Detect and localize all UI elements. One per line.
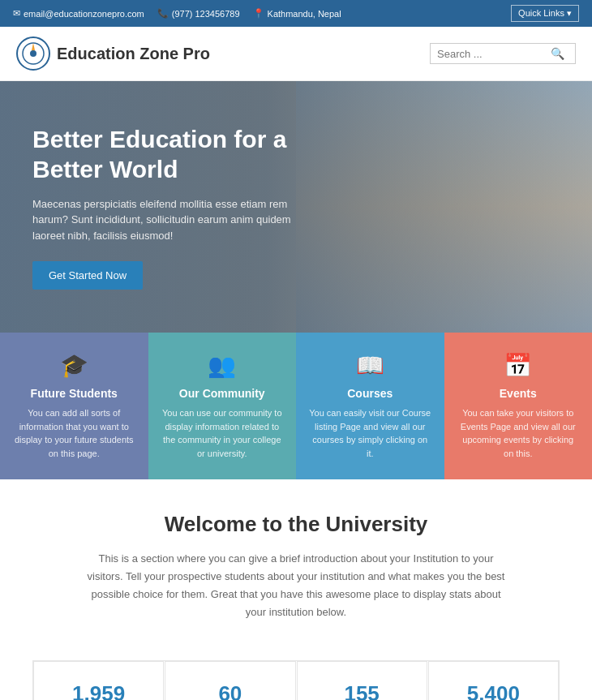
stat-item-1: 60 Merit Scholars [165,661,295,700]
hero-title: Better Education for a Better World [32,124,308,185]
feature-desc-1: You can use our community to display inf… [161,406,284,460]
feature-icon-1: 👥 [161,352,284,379]
feature-desc-3: You can take your visitors to Events Pag… [457,406,580,460]
stat-number-1: 60 [174,681,286,700]
stat-number-3: 5,400 [437,681,550,700]
stat-number-2: 155 [306,681,418,700]
search-icon[interactable]: 🔍 [551,47,564,60]
welcome-section: Welcome to the University This is a sect… [0,479,592,638]
email-icon: ✉ [13,8,20,19]
search-input[interactable] [437,48,551,60]
stats-section: 1,959 Year Founded 60 Merit Scholars 155… [32,660,560,700]
svg-point-3 [30,50,36,57]
hero-subtitle: Maecenas perspiciatis eleifend mollitia … [32,196,308,244]
phone-text: (977) 123456789 [172,9,240,19]
feature-icon-0: 🎓 [13,352,135,379]
stat-number-0: 1,959 [42,681,155,700]
welcome-title: Welcome to the University [49,512,543,537]
top-bar: ✉ email@educationzonepro.com 📞 (977) 123… [0,0,592,27]
location-item: 📍 Kathmandu, Nepal [253,8,341,19]
feature-title-2: Courses [309,387,431,400]
hero-section: Better Education for a Better World Maec… [0,81,592,333]
feature-desc-2: You can easily visit our Course listing … [309,406,431,460]
stat-item-0: 1,959 Year Founded [33,661,164,700]
stat-item-2: 155 Degree Programs [297,661,427,700]
top-bar-info: ✉ email@educationzonepro.com 📞 (977) 123… [13,8,341,19]
feature-item-2[interactable]: 📖 Courses You can easily visit our Cours… [296,333,444,479]
search-area[interactable]: 🔍 [430,43,576,64]
hero-content: Better Education for a Better World Maec… [0,124,341,290]
feature-item-1[interactable]: 👥 Our Community You can use our communit… [148,333,297,479]
logo[interactable]: Education Zone Pro [16,37,210,71]
feature-item-0[interactable]: 🎓 Future Students You can add all sorts … [0,333,148,479]
feature-title-3: Events [457,387,580,400]
stat-item-3: 5,400 Number of Students [428,661,559,700]
features-section: 🎓 Future Students You can add all sorts … [0,333,592,479]
location-icon: 📍 [253,8,264,19]
feature-title-0: Future Students [13,387,135,400]
logo-icon [16,37,50,71]
feature-title-1: Our Community [161,387,284,400]
logo-text: Education Zone Pro [57,45,210,63]
feature-item-3[interactable]: 📅 Events You can take your visitors to E… [444,333,593,479]
feature-desc-0: You can add all sorts of information tha… [13,406,135,460]
welcome-text: This is a section where you can give a b… [85,550,507,621]
phone-item: 📞 (977) 123456789 [157,8,240,19]
email-item: ✉ email@educationzonepro.com [13,8,144,19]
header: Education Zone Pro 🔍 [0,27,592,81]
feature-icon-3: 📅 [457,352,580,379]
email-text: email@educationzonepro.com [24,9,144,19]
get-started-button[interactable]: Get Started Now [32,261,143,290]
location-text: Kathmandu, Nepal [268,9,341,19]
quick-links-button[interactable]: Quick Links ▾ [511,5,579,22]
phone-icon: 📞 [157,8,169,19]
feature-icon-2: 📖 [309,352,431,379]
